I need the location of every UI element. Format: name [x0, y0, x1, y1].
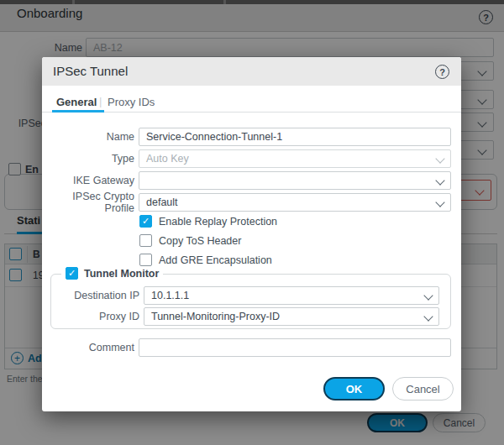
add-gre-encapsulation-label: Add GRE Encapsulation	[159, 254, 272, 266]
enable-replay-protection-label: Enable Replay Protection	[159, 216, 277, 228]
check-icon: ✓	[68, 269, 76, 278]
cancel-button[interactable]: Cancel	[392, 377, 454, 400]
tab-bar-line	[42, 112, 461, 113]
tunnel-monitor-checkbox[interactable]: ✓	[66, 267, 78, 280]
proxy-id-select[interactable]: Tunnel-Monitoring-Proxy-ID	[144, 307, 439, 326]
name-input[interactable]: Service-Connection-Tunnel-1	[139, 128, 451, 146]
ike-gateway-label: IKE Gateway	[53, 175, 134, 186]
help-icon[interactable]: ?	[435, 65, 449, 79]
tab-proxy-ids[interactable]: Proxy IDs	[108, 96, 155, 108]
enable-replay-protection-checkbox[interactable]: ✓	[139, 215, 152, 228]
destination-ip-label: Destination IP	[51, 290, 139, 301]
tab-general[interactable]: General	[56, 96, 97, 108]
destination-ip-select[interactable]: 10.1.1.1	[144, 286, 439, 305]
add-gre-encapsulation-checkbox[interactable]	[139, 254, 152, 266]
ipsec-crypto-profile-select[interactable]: default	[139, 193, 451, 212]
dialog-title: IPSec Tunnel	[53, 64, 128, 78]
tab-separator: |	[99, 95, 102, 107]
screen: Onboarding ? Name AB-12 IPSec En Stati B…	[0, 0, 504, 445]
copy-tos-header-checkbox[interactable]	[139, 234, 152, 247]
comment-input[interactable]	[139, 338, 451, 357]
proxy-id-label: Proxy ID	[51, 311, 139, 322]
ok-button[interactable]: OK	[323, 377, 385, 400]
tunnel-monitor-legend: ✓ Tunnel Monitor	[61, 267, 163, 280]
ipsec-tunnel-dialog: IPSec Tunnel ? General | Proxy IDs Name …	[42, 57, 461, 411]
comment-label: Comment	[53, 342, 134, 353]
type-select: Auto Key	[139, 149, 451, 168]
check-icon: ✓	[142, 217, 150, 226]
type-label: Type	[53, 153, 134, 165]
tunnel-monitor-group: ✓ Tunnel Monitor Destination IP 10.1.1.1…	[50, 274, 451, 329]
tunnel-monitor-label: Tunnel Monitor	[84, 268, 159, 280]
name-label: Name	[53, 131, 134, 143]
ike-gateway-select[interactable]	[139, 171, 451, 190]
ipsec-crypto-profile-label: IPSec Crypto Profile	[53, 191, 134, 214]
copy-tos-header-label: Copy ToS Header	[159, 235, 241, 247]
active-tab-indicator	[52, 110, 104, 113]
